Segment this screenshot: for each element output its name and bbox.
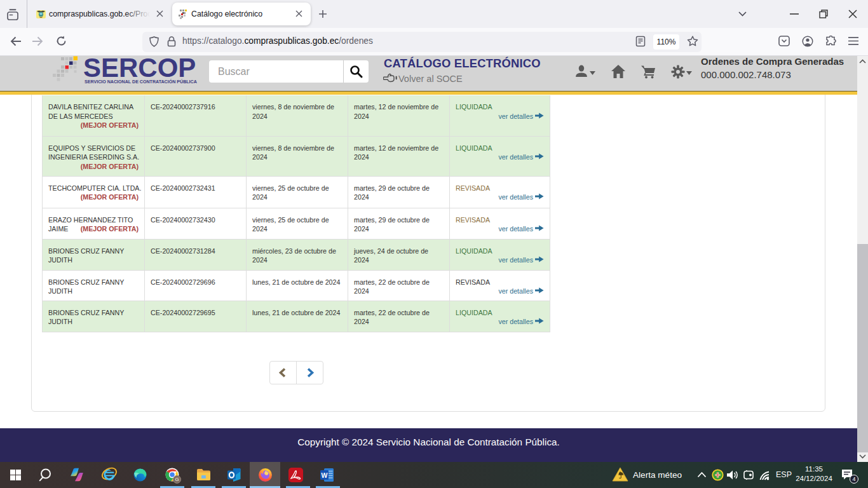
- svg-text:W: W: [322, 471, 328, 479]
